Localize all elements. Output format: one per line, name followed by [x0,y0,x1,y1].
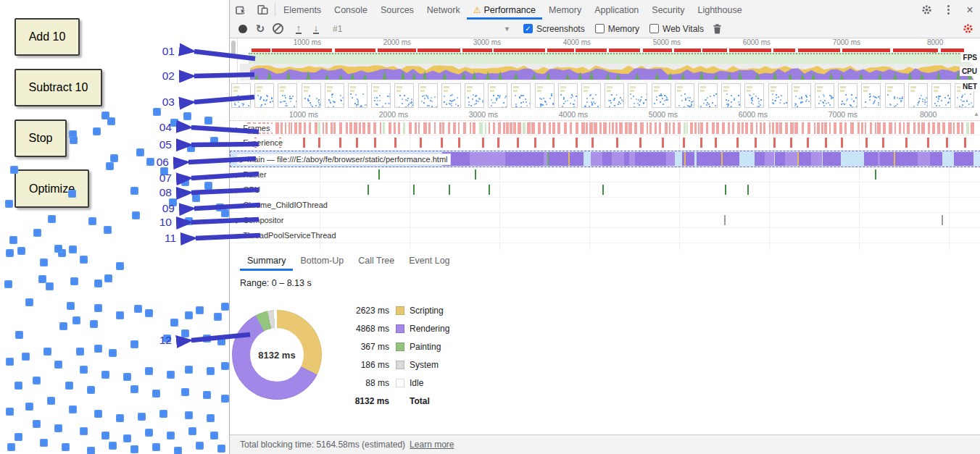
tab-security[interactable]: Security [645,0,691,20]
screenshot-thumbnail[interactable] [792,83,811,108]
tab-network[interactable]: Network [420,0,467,20]
ruler-tick: 3000 ms [469,110,501,119]
expand-triangle-icon[interactable]: ▶ [236,203,240,209]
optimize-button[interactable]: Optimize [14,169,89,208]
screenshot-thumbnail[interactable] [441,83,461,108]
legend-swatch [396,306,404,315]
more-options-kebab-icon[interactable] [937,5,959,14]
screenshot-thumbnail[interactable] [605,83,624,108]
screenshot-thumbnail[interactable] [558,83,578,108]
screenshot-thumbnail[interactable] [254,83,274,108]
blue-square [87,447,95,454]
close-devtools-icon[interactable]: × [959,4,980,17]
blue-square [170,119,178,127]
blue-square [88,217,96,225]
screenshot-thumbnail[interactable] [371,83,391,108]
screenshot-thumbnail[interactable] [815,83,834,108]
screenshot-thumbnail[interactable] [721,83,741,108]
screenshot-thumbnail[interactable] [885,83,905,108]
blue-square [93,127,101,135]
trash-icon[interactable] [709,21,726,37]
tab-console[interactable]: Console [328,0,374,20]
timeline-overview[interactable]: 1000 ms2000 ms3000 ms4000 ms5000 ms6000 … [230,38,980,109]
screenshot-thumbnail[interactable] [931,83,951,108]
legend-row-painting: 367 msPainting [346,337,449,356]
track-experience[interactable]: ▶Experience [230,135,980,151]
tab-summary[interactable]: Summary [240,250,293,271]
screenshot-thumbnail[interactable] [861,83,881,108]
record-button[interactable] [234,21,252,37]
track-threadpoolservicethread[interactable]: ▶ThreadPoolServiceThread [230,228,980,243]
learn-more-link[interactable]: Learn more [410,440,454,450]
checkbox-screenshots[interactable]: ✓Screenshots [523,24,585,34]
clear-recording-button[interactable] [269,21,286,37]
screenshot-thumbnail[interactable] [908,83,928,108]
tab-performance[interactable]: ⚠Performance [467,0,542,20]
scroll-up-icon[interactable]: ▲ [973,111,979,117]
profile-select[interactable]: #1 ▼ [328,22,515,36]
save-profile-button[interactable]: ↓ [307,21,325,37]
device-toolbar-icon[interactable] [252,0,273,20]
track-compositor[interactable]: ▶Compositor [230,213,980,228]
expand-triangle-icon[interactable]: ▶ [236,188,240,194]
blue-square [7,443,15,451]
screenshot-thumbnail[interactable] [698,83,718,108]
screenshot-thumbnail[interactable] [465,83,484,108]
capture-settings-gear-icon[interactable] [959,21,976,37]
screenshot-thumbnail[interactable] [302,83,321,108]
expand-triangle-icon[interactable]: ▶ [236,140,240,147]
warning-icon: ⚠ [473,5,481,15]
checkbox-web-vitals[interactable]: Web Vitals [649,24,704,34]
tab-sources[interactable]: Sources [374,0,420,20]
blue-square [145,309,153,317]
blue-square [152,390,160,398]
track-chrome-childiothread[interactable]: ▶Chrome_ChildIOThread [230,198,980,213]
expand-triangle-icon[interactable]: ▶ [236,172,240,179]
subtract-10-button[interactable]: Subtract 10 [14,69,102,106]
track-gpu[interactable]: ▶GPU [230,182,980,198]
checkbox-memory[interactable]: Memory [595,24,639,34]
flame-chart-tracks[interactable]: ▶Frames▶Experience▶Main — file:///E:/abo… [230,120,980,251]
screenshot-thumbnail[interactable] [418,83,438,108]
track-raster[interactable]: ▶Raster [230,167,980,182]
settings-gear-icon[interactable] [915,4,937,15]
reload-and-record-button[interactable]: ↻ [252,21,269,37]
tab-memory[interactable]: Memory [542,0,588,20]
expand-triangle-icon[interactable]: ▶ [236,218,240,224]
screenshot-filmstrip[interactable] [231,83,978,109]
tab-elements[interactable]: Elements [277,0,328,20]
screenshot-thumbnail[interactable] [675,83,694,108]
blue-square [185,366,193,374]
legend-row-rendering: 4868 msRendering [346,319,449,337]
track-main[interactable]: ▶Main — file:///E:/aboy/fe/browser/stati… [230,151,980,167]
screenshot-thumbnail[interactable] [348,83,368,108]
tab-application[interactable]: Application [588,0,645,20]
screenshot-thumbnail[interactable] [488,83,507,108]
screenshot-thumbnail[interactable] [652,83,671,108]
screenshot-thumbnail[interactable] [231,83,251,108]
tab-event-log[interactable]: Event Log [402,250,457,271]
tab-bottom-up[interactable]: Bottom-Up [293,250,351,271]
screenshot-thumbnail[interactable] [278,83,297,108]
timeline-ruler: ▲ 1000 ms2000 ms3000 ms4000 ms5000 ms600… [230,109,980,121]
screenshot-thumbnail[interactable] [628,83,647,108]
stop-button[interactable]: Stop [14,119,67,157]
blue-square [187,144,195,152]
screenshot-thumbnail[interactable] [511,83,531,108]
screenshot-thumbnail[interactable] [581,83,601,108]
screenshot-thumbnail[interactable] [744,83,764,108]
expand-triangle-icon[interactable]: ▶ [236,233,240,240]
track-frames[interactable]: ▶Frames [230,120,980,135]
screenshot-thumbnail[interactable] [394,83,414,108]
expand-triangle-icon[interactable]: ▶ [240,157,244,164]
screenshot-thumbnail[interactable] [768,83,788,108]
add-10-button[interactable]: Add 10 [14,18,80,56]
screenshot-thumbnail[interactable] [838,83,858,108]
screenshot-thumbnail[interactable] [325,83,344,108]
screenshot-thumbnail[interactable] [535,83,555,108]
expand-triangle-icon[interactable]: ▶ [236,126,240,133]
tab-call-tree[interactable]: Call Tree [351,250,402,271]
tab-lighthouse[interactable]: Lighthouse [691,0,748,20]
load-profile-button[interactable]: ↑ [290,21,307,37]
inspect-element-icon[interactable] [230,0,252,20]
